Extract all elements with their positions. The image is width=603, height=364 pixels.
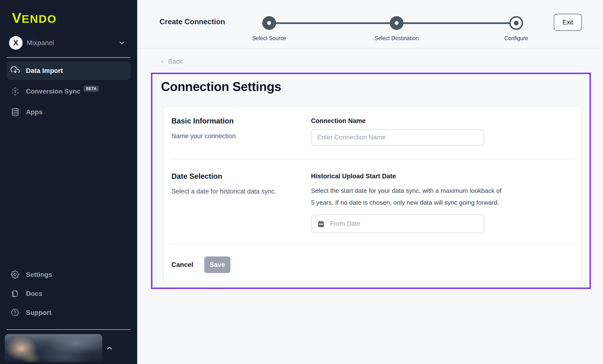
page-title: Connection Settings [161,79,590,94]
workspace-name: Mixpanel [27,39,54,47]
sidebar-item-settings[interactable]: Settings [7,265,130,284]
main-content: Create Connection Select Source Select D… [137,0,603,364]
step-node-select-source[interactable] [262,16,276,30]
step-node-select-destination[interactable] [390,16,404,30]
date-help-text: Select the start date for your data sync… [311,185,506,209]
cancel-button[interactable]: Cancel [172,261,193,269]
sidebar-item-label: Apps [26,108,43,116]
sidebar-divider-bottom [7,329,130,330]
connection-name-input[interactable] [311,129,484,145]
workspace-selector[interactable]: X Mixpanel [9,36,125,50]
sidebar-item-label: Docs [26,290,42,298]
sidebar-nav: Data Import Conversion Sync BETA Apps [0,62,137,121]
sidebar-item-support[interactable]: Support [7,303,130,322]
cloud-download-icon [11,66,20,75]
question-circle-icon [11,308,20,317]
docs-copy-icon [11,289,20,298]
step-connector-2 [397,22,516,24]
sync-axis-icon [11,87,20,96]
connection-settings-highlight-box: Connection Settings Basic Information Na… [151,73,591,289]
from-date-input[interactable] [311,215,484,233]
chevron-down-icon [118,39,125,46]
connection-settings-card: Basic Information Name your connection. … [163,107,581,282]
chevron-left-icon [160,59,165,65]
sidebar-item-conversion-sync[interactable]: Conversion Sync BETA [7,82,130,101]
mixpanel-x-icon: X [9,36,23,50]
sidebar-item-apps[interactable]: Apps [7,103,130,121]
date-selection-fields: Historical Upload Start Date Select the … [311,172,574,233]
basic-information-section: Basic Information Name your connection. … [172,117,574,159]
logo-letter-v: V [12,10,22,26]
sidebar-item-label: Support [26,309,51,317]
back-link[interactable]: Back [160,58,182,65]
wizard-title: Create Connection [160,18,225,26]
date-selection-intro: Date Selection Select a date for histori… [172,172,311,233]
date-selection-section: Date Selection Select a date for histori… [172,159,574,244]
wizard-header: Create Connection Select Source Select D… [137,0,603,48]
sidebar: VENDO X Mixpanel Data Import Conversion … [0,0,137,364]
exit-button[interactable]: Exit [554,14,582,31]
beta-badge: BETA [84,86,99,92]
sidebar-footer: Settings Docs Support [0,265,137,362]
chevron-up-icon[interactable] [105,344,114,352]
section-title: Date Selection [172,172,311,181]
connection-name-label: Connection Name [311,117,574,125]
from-date-field [311,215,484,233]
calendar-icon [317,220,325,228]
step-label-configure: Configure [469,35,564,42]
step-node-configure[interactable] [509,16,523,30]
step-label-select-destination: Select Destination [349,35,444,42]
section-subtitle: Name your connection. [172,132,311,140]
sidebar-divider-top [7,57,130,58]
user-profile-blurred[interactable] [5,334,102,362]
historical-upload-start-date-label: Historical Upload Start Date [311,173,574,180]
save-button[interactable]: Save [204,256,230,273]
basic-information-fields: Connection Name [311,117,574,145]
user-profile-row [5,334,137,362]
vendo-logo: VENDO [0,0,137,25]
back-link-label: Back [168,58,182,65]
form-actions: Cancel Save [172,244,574,273]
gear-icon [11,270,20,279]
logo-rest: ENDO [22,12,57,25]
basic-information-intro: Basic Information Name your connection. [172,117,311,145]
step-label-select-source: Select Source [222,35,317,42]
step-connector-1 [269,22,397,24]
database-icon [11,108,20,117]
section-title: Basic Information [172,117,311,125]
sidebar-item-data-import[interactable]: Data Import [7,62,130,80]
app-root: VENDO X Mixpanel Data Import Conversion … [0,0,603,364]
sidebar-item-label: Data Import [26,67,63,75]
sidebar-item-label: Settings [26,271,52,278]
sidebar-item-docs[interactable]: Docs [7,284,130,303]
section-subtitle: Select a date for historical data sync. [172,188,311,195]
sidebar-item-label: Conversion Sync [26,88,80,95]
